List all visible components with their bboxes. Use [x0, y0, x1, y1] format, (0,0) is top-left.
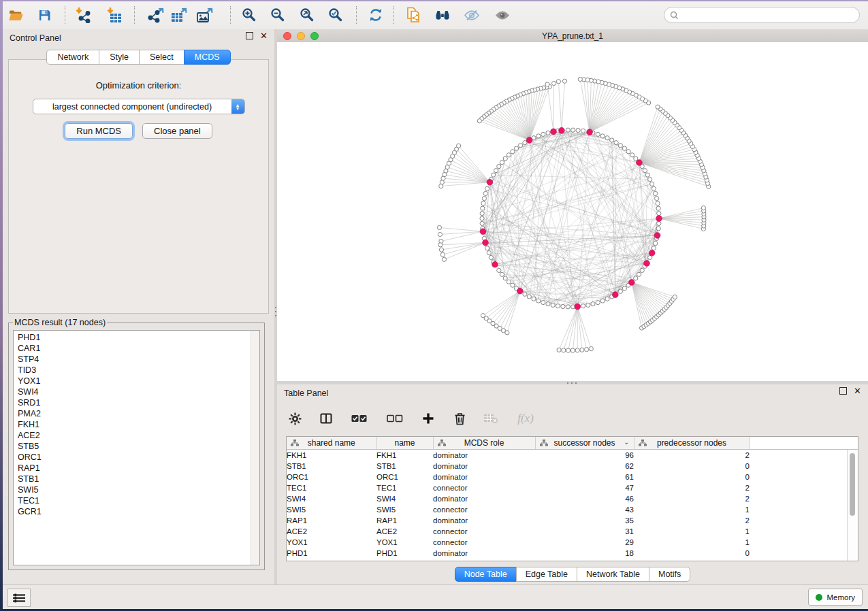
- fit-content-icon: [300, 7, 315, 22]
- toolbar-separator: [356, 6, 357, 24]
- search-input[interactable]: [682, 10, 859, 20]
- export-image-icon: [196, 7, 214, 23]
- mcds-result-item[interactable]: GCR1: [18, 506, 259, 517]
- mcds-result-item[interactable]: TEC1: [18, 495, 259, 506]
- mcds-tab-content: Optimization criterion: largest connecte…: [8, 59, 269, 314]
- tab-select[interactable]: Select: [139, 50, 184, 65]
- delete-table-button[interactable]: [483, 410, 499, 427]
- zoom-in-button[interactable]: [236, 4, 262, 26]
- table-row[interactable]: TEC1TEC1connector472: [287, 482, 858, 493]
- sort-indicator-icon[interactable]: ⌄: [624, 438, 629, 446]
- table-header-row: shared name name MCDS role successor nod…: [287, 437, 858, 450]
- show-column-panel-button[interactable]: [318, 410, 334, 427]
- tab-network[interactable]: Network: [46, 50, 99, 65]
- search-box[interactable]: [664, 7, 860, 23]
- save-session-button[interactable]: [31, 4, 57, 26]
- mcds-result-item[interactable]: PHD1: [18, 332, 259, 343]
- table-row[interactable]: STB1STB1dominator620: [287, 461, 858, 472]
- toolbar-separator: [393, 6, 394, 24]
- run-mcds-button[interactable]: Run MCDS: [65, 123, 133, 139]
- float-panel-icon[interactable]: [246, 32, 253, 39]
- mcds-result-item[interactable]: SWI4: [18, 386, 259, 397]
- tab-edge-table[interactable]: Edge Table: [516, 567, 577, 582]
- network-window-titlebar[interactable]: YPA_prune.txt_1: [277, 29, 868, 43]
- mcds-result-item[interactable]: TID3: [18, 365, 259, 376]
- mcds-result-item[interactable]: PMA2: [18, 408, 259, 419]
- mcds-result-item[interactable]: SWI5: [18, 484, 259, 495]
- table-row[interactable]: RAP1RAP1dominator352: [287, 515, 858, 526]
- mcds-result-item[interactable]: YOX1: [18, 376, 259, 386]
- mcds-result-item[interactable]: RAP1: [18, 463, 259, 474]
- binoculars-icon: [434, 9, 451, 21]
- hierarchy-icon: [540, 440, 548, 446]
- function-builder-button[interactable]: f(x): [514, 410, 537, 427]
- show-graphics-details-button[interactable]: [489, 4, 515, 26]
- table-row[interactable]: FKH1FKH1dominator962: [287, 450, 858, 461]
- control-panel-title: Control Panel: [10, 33, 61, 43]
- column-header-predecessor-nodes[interactable]: predecessor nodes: [634, 437, 750, 450]
- import-network-button[interactable]: [69, 4, 95, 26]
- tab-motifs[interactable]: Motifs: [649, 567, 690, 582]
- mcds-result-item[interactable]: FKH1: [18, 419, 259, 430]
- fit-content-button[interactable]: [294, 4, 320, 26]
- close-table-panel-icon[interactable]: ✕: [854, 388, 861, 394]
- hide-graphics-details-button[interactable]: [459, 4, 485, 26]
- mcds-result-item[interactable]: ORC1: [18, 452, 259, 463]
- close-window-icon[interactable]: [283, 32, 291, 40]
- table-row[interactable]: SWI5SWI5connector431: [287, 504, 858, 515]
- tab-network-table[interactable]: Network Table: [577, 567, 649, 582]
- export-image-button[interactable]: [192, 4, 218, 26]
- export-table-button[interactable]: [166, 4, 192, 26]
- close-panel-icon[interactable]: ✕: [260, 33, 268, 39]
- open-folder-icon: [9, 10, 23, 21]
- tab-style[interactable]: Style: [99, 50, 140, 65]
- import-table-button[interactable]: [101, 4, 127, 26]
- fx-icon: f(x): [517, 412, 534, 425]
- tab-mcds[interactable]: MCDS: [184, 50, 231, 65]
- mcds-result-item[interactable]: STB1: [18, 474, 259, 484]
- first-neighbors-button[interactable]: [430, 4, 455, 26]
- network-canvas[interactable]: [277, 42, 868, 381]
- mcds-list-scrollbar[interactable]: [251, 331, 259, 565]
- zoom-selected-button[interactable]: [323, 4, 349, 26]
- export-network-button[interactable]: [143, 4, 169, 26]
- column-header-shared-name[interactable]: shared name: [287, 437, 376, 450]
- create-column-button[interactable]: [420, 410, 436, 427]
- tab-node-table[interactable]: Node Table: [455, 567, 517, 582]
- refresh-view-button[interactable]: [363, 4, 389, 26]
- table-scrollbar-thumb[interactable]: [850, 453, 855, 516]
- mcds-result-title: MCDS result (17 nodes): [13, 318, 107, 327]
- deselect-all-button[interactable]: [385, 410, 405, 427]
- status-menu-button[interactable]: [7, 589, 31, 607]
- select-all-button[interactable]: [349, 410, 370, 427]
- column-header-mcds-role[interactable]: MCDS role: [433, 437, 535, 450]
- network-graph[interactable]: [277, 42, 868, 381]
- mcds-result-item[interactable]: CAR1: [18, 343, 259, 354]
- table-row[interactable]: SWI4SWI4dominator462: [287, 493, 858, 504]
- close-panel-button[interactable]: Close panel: [142, 123, 212, 139]
- zoom-out-button[interactable]: [265, 4, 291, 26]
- column-header-name[interactable]: name: [376, 437, 433, 450]
- mcds-result-item[interactable]: SRD1: [18, 397, 259, 408]
- table-settings-button[interactable]: [287, 410, 303, 427]
- memory-button[interactable]: Memory: [808, 589, 863, 606]
- minimize-window-icon[interactable]: [297, 32, 305, 40]
- table-scrollbar[interactable]: [847, 450, 858, 561]
- mcds-result-item[interactable]: ACE2: [18, 430, 259, 441]
- float-table-panel-icon[interactable]: [839, 387, 847, 395]
- table-row[interactable]: PHD1PHD1dominator180: [287, 548, 858, 559]
- table-row[interactable]: YOX1YOX1connector291: [287, 537, 858, 548]
- maximize-window-icon[interactable]: [310, 32, 319, 40]
- mcds-result-list[interactable]: PHD1CAR1STP4TID3YOX1SWI4SRD1PMA2FKH1ACE2…: [13, 330, 260, 565]
- delete-column-button[interactable]: [451, 410, 468, 427]
- refresh-icon: [368, 7, 383, 22]
- column-header-successor-nodes[interactable]: successor nodes⌄: [535, 437, 634, 450]
- mcds-result-item[interactable]: STP4: [18, 354, 259, 365]
- optimization-criterion-select[interactable]: largest connected component (undirected)…: [33, 99, 245, 114]
- table-row[interactable]: ACE2ACE2connector311: [287, 526, 858, 537]
- toolbar-separator: [65, 6, 65, 24]
- table-row[interactable]: ORC1ORC1dominator610: [287, 472, 858, 482]
- open-file-button[interactable]: [3, 4, 29, 26]
- mcds-result-item[interactable]: STB5: [18, 441, 259, 452]
- clone-network-button[interactable]: [401, 4, 427, 26]
